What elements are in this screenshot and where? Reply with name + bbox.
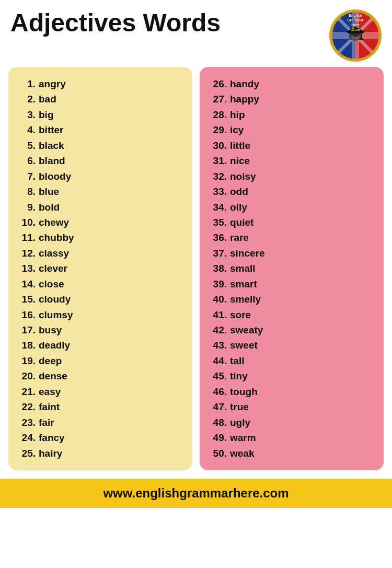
word-number: 40. <box>208 292 227 307</box>
logo-text: English Grammar Here .Com <box>331 13 380 32</box>
list-item: 35.quiet <box>208 215 375 230</box>
word-text: handy <box>230 76 259 91</box>
list-item: 50.weak <box>208 446 375 461</box>
right-word-list: 26.handy27.happy28.hip29.icy30.little31.… <box>200 67 384 470</box>
word-number: 18. <box>17 338 36 353</box>
word-number: 2. <box>17 91 36 107</box>
word-number: 21. <box>17 384 36 399</box>
list-item: 32.noisy <box>208 169 375 184</box>
word-text: clever <box>39 261 67 276</box>
word-number: 16. <box>17 307 36 322</box>
word-number: 22. <box>17 399 36 414</box>
word-number: 6. <box>17 153 36 168</box>
list-item: 39.smart <box>208 276 375 292</box>
word-number: 14. <box>17 276 36 292</box>
word-text: easy <box>39 384 61 399</box>
list-item: 5.black <box>17 138 184 153</box>
word-number: 26. <box>208 76 227 91</box>
list-item: 43.sweet <box>208 338 375 353</box>
list-item: 26.handy <box>208 76 375 91</box>
list-item: 23.fair <box>17 415 184 430</box>
footer: www.englishgrammarhere.com <box>0 479 392 508</box>
list-item: 2.bad <box>17 91 184 107</box>
word-text: close <box>39 276 64 292</box>
word-number: 43. <box>208 338 227 353</box>
word-number: 25. <box>17 446 36 461</box>
word-text: chewy <box>39 215 69 230</box>
word-number: 50. <box>208 446 227 461</box>
word-text: hip <box>230 107 245 122</box>
list-item: 47.true <box>208 399 375 414</box>
word-text: sore <box>230 307 251 322</box>
word-number: 13. <box>17 261 36 276</box>
list-item: 12.classy <box>17 246 184 261</box>
list-item: 25.hairy <box>17 446 184 461</box>
word-text: black <box>39 138 64 153</box>
list-item: 6.bland <box>17 153 184 168</box>
word-number: 9. <box>17 200 36 215</box>
page-header: Adjectives Words <box>0 0 392 67</box>
word-text: bold <box>39 200 60 215</box>
word-text: chubby <box>39 230 74 245</box>
word-number: 30. <box>208 138 227 153</box>
word-text: clumsy <box>39 307 73 322</box>
list-item: 37.sincere <box>208 246 375 261</box>
word-text: sincere <box>230 246 265 261</box>
main-content: 1.angry2.bad3.big4.bitter5.black6.bland7… <box>0 67 392 476</box>
word-number: 44. <box>208 353 227 368</box>
word-text: fair <box>39 415 54 430</box>
list-item: 8.blue <box>17 184 184 199</box>
list-item: 40.smelly <box>208 292 375 307</box>
word-number: 36. <box>208 230 227 245</box>
word-number: 24. <box>17 430 36 445</box>
list-item: 16.clumsy <box>17 307 184 322</box>
word-number: 41. <box>208 307 227 322</box>
list-item: 7.bloody <box>17 169 184 184</box>
word-text: hairy <box>39 446 62 461</box>
word-number: 49. <box>208 430 227 445</box>
word-number: 28. <box>208 107 227 122</box>
list-item: 42.sweaty <box>208 322 375 338</box>
word-text: smelly <box>230 292 261 307</box>
word-text: small <box>230 261 256 276</box>
list-item: 46.tough <box>208 384 375 399</box>
word-text: odd <box>230 184 248 199</box>
word-text: tough <box>230 384 258 399</box>
left-word-list: 1.angry2.bad3.big4.bitter5.black6.bland7… <box>8 67 192 470</box>
word-text: bad <box>39 91 56 107</box>
list-item: 3.big <box>17 107 184 122</box>
word-number: 19. <box>17 353 36 368</box>
word-text: little <box>230 138 250 153</box>
list-item: 48.ugly <box>208 415 375 430</box>
list-item: 31.nice <box>208 153 375 168</box>
word-number: 34. <box>208 200 227 215</box>
word-text: icy <box>230 122 244 137</box>
word-text: noisy <box>230 169 256 184</box>
word-number: 4. <box>17 122 36 137</box>
word-text: cloudy <box>39 292 71 307</box>
list-item: 29.icy <box>208 122 375 137</box>
word-text: bloody <box>39 169 71 184</box>
word-text: nice <box>230 153 250 168</box>
word-number: 42. <box>208 322 227 338</box>
word-number: 33. <box>208 184 227 199</box>
word-text: faint <box>39 399 60 414</box>
list-item: 19.deep <box>17 353 184 368</box>
word-text: sweaty <box>230 322 263 338</box>
list-item: 22.faint <box>17 399 184 414</box>
list-item: 33.odd <box>208 184 375 199</box>
list-item: 20.dense <box>17 368 184 384</box>
list-item: 13.clever <box>17 261 184 276</box>
list-item: 4.bitter <box>17 122 184 137</box>
list-item: 27.happy <box>208 91 375 107</box>
word-number: 5. <box>17 138 36 153</box>
word-text: tiny <box>230 368 248 384</box>
word-number: 39. <box>208 276 227 292</box>
word-text: deep <box>39 353 62 368</box>
word-number: 32. <box>208 169 227 184</box>
word-text: weak <box>230 446 254 461</box>
word-number: 11. <box>17 230 36 245</box>
list-item: 49.warm <box>208 430 375 445</box>
word-text: smart <box>230 276 257 292</box>
page-title: Adjectives Words <box>10 9 221 37</box>
